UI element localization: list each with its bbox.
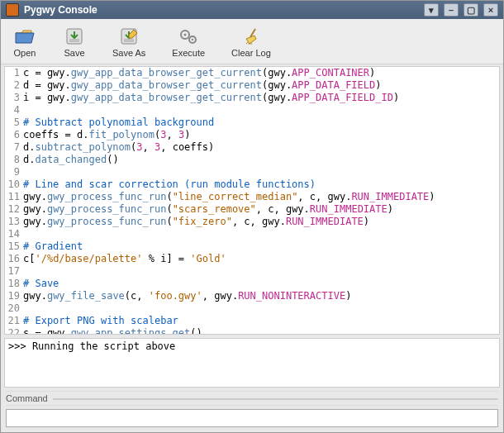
- code-editor[interactable]: 1c = gwy.gwy_app_data_browser_get_curren…: [4, 66, 500, 335]
- app-icon: [6, 3, 19, 17]
- code-line: 2d = gwy.gwy_app_data_browser_get_curren…: [5, 79, 499, 92]
- code-line: 4: [5, 104, 499, 117]
- code-line: 22s = gwy.gwy_app_settings_get(): [5, 327, 499, 335]
- code-text: # Gradient: [23, 240, 499, 253]
- code-text: c = gwy.gwy_app_data_browser_get_current…: [23, 67, 499, 79]
- code-text: # Export PNG with scalebar: [23, 315, 499, 327]
- clear-log-label: Clear Log: [231, 48, 271, 58]
- code-line: 18# Save: [5, 278, 499, 290]
- code-line: 19gwy.gwy_file_save(c, 'foo.gwy', gwy.RU…: [5, 290, 499, 302]
- code-text: gwy.gwy_process_func_run("fix_zero", c, …: [23, 216, 499, 228]
- command-label-row: Command: [6, 391, 498, 406]
- code-line: 21# Export PNG with scalebar: [5, 315, 499, 327]
- code-line: 5# Subtract polynomial background: [5, 117, 499, 129]
- code-text: gwy.gwy_process_func_run("scars_remove",…: [23, 203, 499, 216]
- line-number: 19: [5, 290, 23, 302]
- save-icon: [63, 26, 86, 46]
- clear-log-button[interactable]: Clear Log: [226, 24, 277, 60]
- open-button[interactable]: Open: [7, 24, 42, 60]
- code-line: 6coeffs = d.fit_polynom(3, 3): [5, 129, 499, 141]
- command-area: Command: [1, 389, 503, 432]
- svg-point-7: [192, 39, 193, 40]
- code-line: 12gwy.gwy_process_func_run("scars_remove…: [5, 203, 499, 216]
- svg-rect-1: [69, 39, 79, 42]
- code-text: coeffs = d.fit_polynom(3, 3): [23, 129, 499, 141]
- line-number: 11: [5, 191, 23, 203]
- maximize-button[interactable]: ▢: [464, 3, 478, 17]
- divider: [53, 398, 498, 400]
- line-number: 14: [5, 228, 23, 240]
- line-number: 13: [5, 216, 23, 228]
- code-text: # Line and scar correction (run module f…: [23, 178, 499, 191]
- svg-rect-3: [124, 39, 134, 42]
- command-input[interactable]: [6, 409, 498, 427]
- execute-label: Execute: [172, 48, 205, 58]
- line-number: 12: [5, 203, 23, 216]
- line-number: 10: [5, 178, 23, 191]
- line-number: 9: [5, 166, 23, 178]
- code-text: gwy.gwy_process_func_run("line_correct_m…: [23, 191, 499, 203]
- line-number: 16: [5, 253, 23, 265]
- code-text: [23, 166, 499, 178]
- line-number: 22: [5, 327, 23, 335]
- code-line: 20: [5, 302, 499, 315]
- code-text: [23, 265, 499, 278]
- window-title: Pygwy Console: [24, 4, 97, 16]
- save-button[interactable]: Save: [57, 24, 92, 60]
- minimize-button[interactable]: –: [444, 3, 459, 17]
- code-text: gwy.gwy_file_save(c, 'foo.gwy', gwy.RUN_…: [23, 290, 499, 302]
- line-number: 6: [5, 129, 23, 141]
- code-text: d.data_changed(): [23, 154, 499, 166]
- output-log[interactable]: >>> Running the script above: [4, 338, 500, 388]
- code-text: # Subtract polynomial background: [23, 117, 499, 129]
- line-number: 15: [5, 240, 23, 253]
- open-label: Open: [14, 48, 36, 58]
- code-text: d = gwy.gwy_app_data_browser_get_current…: [23, 79, 499, 92]
- line-number: 8: [5, 154, 23, 166]
- svg-point-5: [184, 34, 187, 36]
- line-number: 20: [5, 302, 23, 315]
- broom-icon: [240, 26, 263, 46]
- code-line: 9: [5, 166, 499, 178]
- code-line: 1c = gwy.gwy_app_data_browser_get_curren…: [5, 67, 499, 79]
- code-line: 8d.data_changed(): [5, 154, 499, 166]
- toolbar: Open Save Save As Execute Clear Log: [1, 19, 503, 64]
- code-line: 3i = gwy.gwy_app_data_browser_get_curren…: [5, 92, 499, 104]
- line-number: 5: [5, 117, 23, 129]
- line-number: 7: [5, 141, 23, 154]
- save-as-icon: [117, 26, 140, 46]
- code-text: [23, 302, 499, 315]
- code-text: [23, 228, 499, 240]
- code-text: d.subtract_polynom(3, 3, coeffs): [23, 141, 499, 154]
- gears-icon: [177, 26, 200, 46]
- code-line: 10# Line and scar correction (run module…: [5, 178, 499, 191]
- code-line: 13gwy.gwy_process_func_run("fix_zero", c…: [5, 216, 499, 228]
- line-number: 17: [5, 265, 23, 278]
- save-as-button[interactable]: Save As: [107, 24, 151, 60]
- line-number: 3: [5, 92, 23, 104]
- execute-button[interactable]: Execute: [166, 24, 211, 60]
- code-text: # Save: [23, 278, 499, 290]
- titlebar: Pygwy Console ▾ – ▢ ×: [1, 1, 503, 19]
- line-number: 4: [5, 104, 23, 117]
- code-line: 15# Gradient: [5, 240, 499, 253]
- save-as-label: Save As: [112, 48, 145, 58]
- code-line: 11gwy.gwy_process_func_run("line_correct…: [5, 191, 499, 203]
- code-text: [23, 104, 499, 117]
- close-button[interactable]: ×: [483, 3, 498, 17]
- window-menu-button[interactable]: ▾: [424, 3, 439, 17]
- command-label: Command: [6, 393, 48, 403]
- code-line: 16c['/%d/base/palette' % i] = 'Gold': [5, 253, 499, 265]
- output-line: >>> Running the script above: [8, 340, 496, 352]
- code-line: 7d.subtract_polynom(3, 3, coeffs): [5, 141, 499, 154]
- code-line: 14: [5, 228, 499, 240]
- line-number: 2: [5, 79, 23, 92]
- line-number: 1: [5, 67, 23, 79]
- line-number: 21: [5, 315, 23, 327]
- folder-open-icon: [13, 26, 36, 46]
- code-text: c['/%d/base/palette' % i] = 'Gold': [23, 253, 499, 265]
- code-text: i = gwy.gwy_app_data_browser_get_current…: [23, 92, 499, 104]
- code-line: 17: [5, 265, 499, 278]
- save-label: Save: [64, 48, 84, 58]
- line-number: 18: [5, 278, 23, 290]
